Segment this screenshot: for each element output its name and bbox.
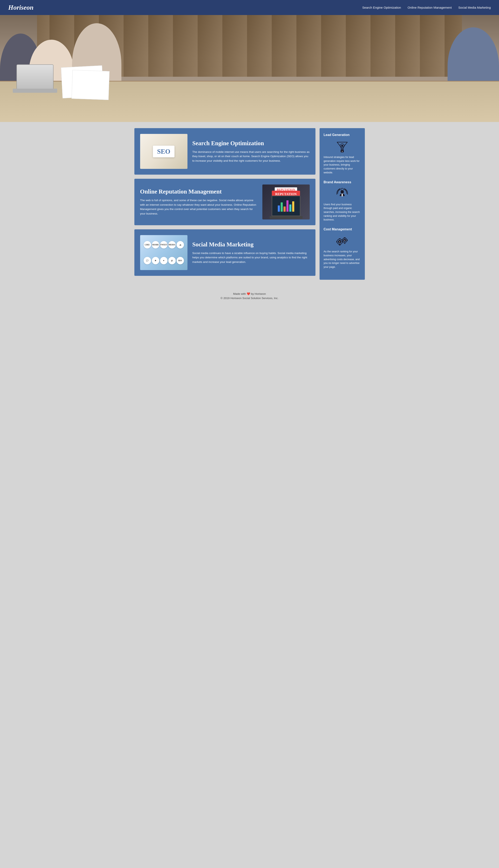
- nav-smm[interactable]: Social Media Marketing: [458, 6, 491, 9]
- site-footer: Made with ❤️ by Horiseon © 2019 Horiseon…: [0, 286, 499, 307]
- hero-paper-2: [72, 70, 110, 100]
- svg-text:$: $: [344, 240, 345, 241]
- nav-orm[interactable]: Online Reputation Management: [407, 6, 452, 9]
- sidebar-brand-awareness: Brand Awareness: [324, 181, 361, 222]
- smm-image: LIKE SHARE TWEET MEDIA ☁ 💬 ★ ♥ @ RSS: [140, 235, 187, 270]
- sidebar: Lead Generation $ Inbound strategies for…: [319, 128, 365, 280]
- site-logo: Horiseon: [8, 4, 34, 11]
- orm-title: Online Reputation Management: [140, 188, 257, 195]
- social-badge-cloud: ☁: [177, 241, 184, 248]
- hero-section: [0, 15, 499, 122]
- main-content: Search Engine Optimization The dominance…: [126, 122, 373, 286]
- svg-rect-7: [342, 194, 343, 196]
- brand-awareness-text: Users find your business through paid an…: [324, 202, 361, 222]
- social-badge-tweet: TWEET: [160, 241, 168, 248]
- smm-text: Social Media Marketing Social media cont…: [192, 241, 310, 264]
- svg-point-5: [341, 145, 343, 147]
- site-header: Horiseon Search Engine Optimization Onli…: [0, 0, 499, 15]
- cost-management-title: Cost Management: [324, 227, 361, 231]
- social-badge-like: LIKE: [144, 241, 151, 248]
- lead-gen-icon: $: [324, 140, 361, 152]
- cost-management-icon: $ $: [324, 235, 361, 247]
- lead-gen-title: Lead Generation: [324, 133, 361, 137]
- svg-rect-15: [337, 241, 337, 243]
- seo-card: Search Engine Optimization The dominance…: [134, 128, 315, 175]
- sidebar-cost-management: Cost Management $ $: [324, 227, 361, 269]
- main-nav: Search Engine Optimization Online Reputa…: [362, 6, 491, 9]
- social-badge-media: MEDIA: [168, 241, 176, 248]
- svg-rect-14: [339, 245, 341, 245]
- lead-gen-text: Inbound strategies for lead generation r…: [324, 155, 361, 175]
- laptop-base: [270, 216, 303, 219]
- laptop-screen: [272, 196, 301, 216]
- orm-image: REPUTATION: [263, 185, 310, 220]
- social-badge-share: SHARE: [152, 241, 159, 248]
- smm-title: Social Media Marketing: [192, 241, 310, 248]
- reputation-badge: REPUTATION: [275, 187, 297, 192]
- smm-card: LIKE SHARE TWEET MEDIA ☁ 💬 ★ ♥ @ RSS Soc…: [134, 230, 315, 276]
- social-badge-rss: RSS: [177, 257, 184, 264]
- social-badge-star: ★: [152, 257, 159, 264]
- hero-laptop: [16, 64, 53, 89]
- orm-body: The web is full of opinions, and some of…: [140, 198, 257, 216]
- svg-rect-21: [344, 243, 345, 244]
- seo-body: The dominance of mobile internet use mea…: [192, 150, 310, 163]
- brand-awareness-icon: [324, 187, 361, 200]
- svg-rect-13: [339, 238, 341, 239]
- seo-text: Search Engine Optimization The dominance…: [192, 140, 310, 163]
- footer-made-with: Made with ❤️ by Horiseon: [4, 292, 495, 295]
- sidebar-lead-gen: Lead Generation $ Inbound strategies for…: [324, 133, 361, 175]
- footer-heart: ❤️: [247, 292, 251, 295]
- brand-awareness-title: Brand Awareness: [324, 181, 361, 184]
- seo-title: Search Engine Optimization: [192, 140, 310, 147]
- svg-text:$: $: [342, 150, 343, 152]
- svg-text:$: $: [339, 241, 340, 243]
- svg-rect-20: [344, 237, 345, 238]
- social-badge-chat: 💬: [144, 257, 151, 264]
- footer-copyright: © 2019 Horiseon Social Solution Services…: [4, 297, 495, 300]
- social-badge-heart: ♥: [160, 257, 168, 264]
- svg-rect-23: [347, 239, 348, 241]
- nav-seo[interactable]: Search Engine Optimization: [362, 6, 401, 9]
- smm-body: Social media continues to have a sizable…: [192, 251, 310, 264]
- content-left: Search Engine Optimization The dominance…: [134, 128, 315, 276]
- svg-rect-22: [342, 239, 342, 241]
- cost-management-text: As the search ranking for your business …: [324, 250, 361, 269]
- hero-table: [0, 81, 499, 122]
- seo-image: [140, 134, 187, 169]
- social-badge-at: @: [168, 257, 176, 264]
- orm-card: REPUTATION: [134, 179, 315, 225]
- orm-text: Online Reputation Management The web is …: [140, 188, 257, 216]
